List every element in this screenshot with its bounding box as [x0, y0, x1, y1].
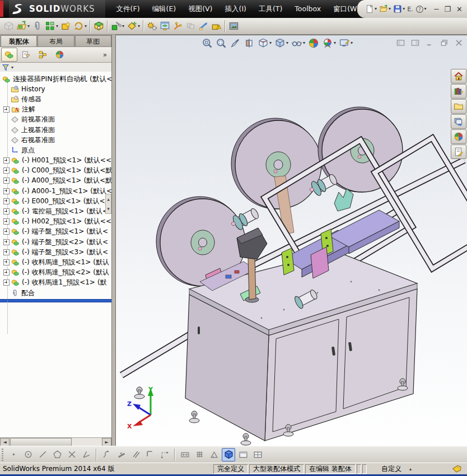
- expander-icon[interactable]: [3, 178, 10, 184]
- viewport-single-button[interactable]: [236, 448, 250, 461]
- tree-item-C000_預設<1>[interactable]: (-) C000_預設<1>(默认<默: [0, 166, 111, 176]
- task-file-explorer-tab[interactable]: [451, 99, 466, 114]
- expander-icon[interactable]: [3, 269, 10, 276]
- snap-point-button[interactable]: [7, 448, 20, 461]
- exploded-view-button[interactable]: [158, 20, 171, 32]
- apply-scene-button[interactable]: ▾: [321, 37, 337, 49]
- section-view-button[interactable]: [243, 37, 255, 49]
- tree-item-History[interactable]: History: [0, 84, 111, 94]
- reference-geometry-button[interactable]: ▾: [125, 20, 141, 32]
- panel-overflow-chevron[interactable]: »: [103, 51, 107, 59]
- save-button[interactable]: ▾: [393, 4, 405, 13]
- tree-item-配合[interactable]: 配合: [0, 288, 111, 298]
- tree-item-端子盤_預設<3>[interactable]: (-) 端子盤_預設<3>(默认<: [0, 247, 111, 257]
- snap-angle-button[interactable]: [207, 448, 221, 461]
- show-hidden-components-button[interactable]: [92, 20, 105, 32]
- configurationmanager-tab[interactable]: [35, 48, 51, 62]
- filter-icon[interactable]: [2, 64, 10, 71]
- snap-midpoint-button[interactable]: [80, 448, 93, 461]
- mate-button[interactable]: [31, 20, 44, 32]
- tree-item-A000-1_預設<1>[interactable]: (-) A000-1_預設<1>(默认<: [0, 186, 111, 196]
- snap-intersection-button[interactable]: [65, 448, 78, 461]
- tree-item-传感器[interactable]: 传感器: [0, 94, 111, 104]
- tree-item-收料馬達_預設<2>[interactable]: (-) 收料馬達_預設<2>(默认: [0, 268, 111, 278]
- expander-icon[interactable]: [3, 218, 10, 225]
- snap-center-button[interactable]: [21, 448, 35, 461]
- task-view-palette-tab[interactable]: [451, 114, 466, 129]
- move-component-button[interactable]: ▾: [72, 20, 88, 32]
- edit-appearance-button[interactable]: [307, 37, 320, 49]
- displaymanager-tab[interactable]: [52, 48, 68, 62]
- shaded-view-button[interactable]: [222, 448, 235, 461]
- task-solidworks-resources-tab[interactable]: [451, 69, 466, 83]
- open-button[interactable]: ▾: [379, 4, 391, 13]
- snap-nearest-button[interactable]: [100, 448, 113, 461]
- previous-view-button[interactable]: [229, 37, 241, 49]
- doc-close-button[interactable]: [454, 38, 464, 48]
- tab-草图[interactable]: 草图: [75, 35, 111, 46]
- snap-points-button[interactable]: [158, 448, 171, 461]
- snap-parallel-button[interactable]: [129, 448, 142, 461]
- expander-icon[interactable]: [3, 239, 10, 245]
- menu-item-6[interactable]: 窗口(W): [333, 4, 359, 14]
- view-orientation-button[interactable]: ▾: [257, 37, 272, 49]
- hide-show-items-button[interactable]: ▾: [291, 37, 306, 49]
- minimize-button[interactable]: ─: [435, 5, 439, 13]
- expander-icon[interactable]: [3, 198, 10, 204]
- status-custom-dropdown[interactable]: 自定义 ▴: [363, 464, 430, 474]
- expander-icon[interactable]: [3, 188, 10, 194]
- tree-item-電控箱_預設<1>[interactable]: (-) 電控箱_預設<1>(默认<: [0, 206, 111, 216]
- task-appearances-tab[interactable]: [451, 129, 466, 144]
- explode-line-sketch-button[interactable]: [171, 20, 184, 32]
- snap-length-button[interactable]: [178, 448, 192, 461]
- menu-item-3[interactable]: 插入(I): [225, 4, 246, 14]
- expander-icon[interactable]: [3, 106, 10, 113]
- new-document-button[interactable]: ▾: [365, 4, 377, 13]
- expander-icon[interactable]: [3, 228, 10, 235]
- tree-item-连接器插PIN折料自动机[interactable]: 连接器插PIN折料自动机(默认<: [0, 74, 111, 84]
- display-style-button[interactable]: ▾: [274, 37, 289, 49]
- doc-minimize-button[interactable]: [425, 38, 435, 48]
- tree-item-原点[interactable]: 原点: [0, 145, 111, 155]
- scroll-right-button[interactable]: ►: [102, 438, 111, 446]
- tab-装配体[interactable]: 装配体: [1, 35, 37, 46]
- scroll-thumb[interactable]: [10, 438, 72, 446]
- tree-item-收料馬達_預設<1>[interactable]: (-) 收料馬達_預設<1>(默认: [0, 257, 111, 267]
- rollback-bar[interactable]: [0, 299, 111, 302]
- graphics-viewport[interactable]: ▾▾▾▾▾ Y Z X: [116, 35, 467, 446]
- snap-perpendicular-button[interactable]: [143, 448, 157, 461]
- tree-item-右视基准面[interactable]: 右视基准面: [0, 135, 111, 145]
- task-design-library-tab[interactable]: [451, 84, 466, 99]
- snap-polygon-button[interactable]: [50, 448, 64, 461]
- open-part-button[interactable]: ▾: [15, 20, 31, 32]
- doc-restore-button[interactable]: [440, 38, 449, 48]
- tree-item-端子盤_預設<2>[interactable]: (-) 端子盤_預設<2>(默认<: [0, 237, 111, 247]
- propertymanager-tab[interactable]: [18, 48, 34, 62]
- tree-horizontal-scrollbar[interactable]: ◄ ►: [0, 437, 111, 446]
- rebuild-options-label[interactable]: E.: [407, 6, 413, 13]
- scroll-left-button[interactable]: ◄: [0, 438, 10, 446]
- tree-item-注解[interactable]: A注解: [0, 105, 111, 115]
- task-custom-properties-tab[interactable]: [451, 144, 466, 159]
- snap-line-button[interactable]: [36, 448, 49, 461]
- toolbar-drag-handle[interactable]: [2, 449, 3, 461]
- tree-item-E000_預設<1>[interactable]: (-) E000_預設<1>(默认<默: [0, 196, 111, 206]
- snap-grid-button[interactable]: [193, 448, 206, 461]
- tree-item-端子盤_預設<1>[interactable]: (-) 端子盤_預設<1>(默认<: [0, 227, 111, 237]
- tree-item-H002_預設<1>[interactable]: (-) H002_預設<1>(默认<<默: [0, 217, 111, 227]
- motion-study-button[interactable]: [146, 20, 158, 32]
- close-button[interactable]: ✕: [456, 5, 463, 13]
- expander-icon[interactable]: [3, 249, 10, 255]
- expander-icon[interactable]: [3, 167, 10, 174]
- tree-scrollbar[interactable]: ▲▼: [105, 194, 111, 214]
- assembly-features-button[interactable]: ▾: [110, 20, 125, 32]
- viewport-four-button[interactable]: [251, 448, 264, 461]
- split-pane-left-button[interactable]: [396, 38, 405, 48]
- menu-item-2[interactable]: 视图(V): [188, 4, 212, 14]
- zoom-to-fit-button[interactable]: [201, 37, 213, 49]
- help-button[interactable]: ? ▾: [415, 5, 427, 13]
- tree-item-A000_預設<1>[interactable]: (-) A000_預設<1>(默认<默: [0, 176, 111, 186]
- tag-icon[interactable]: [452, 464, 461, 473]
- zoom-to-area-button[interactable]: [215, 37, 227, 49]
- tree-item-H001_預設<1>[interactable]: (-) H001_預設<1>(默认<<默: [0, 156, 111, 166]
